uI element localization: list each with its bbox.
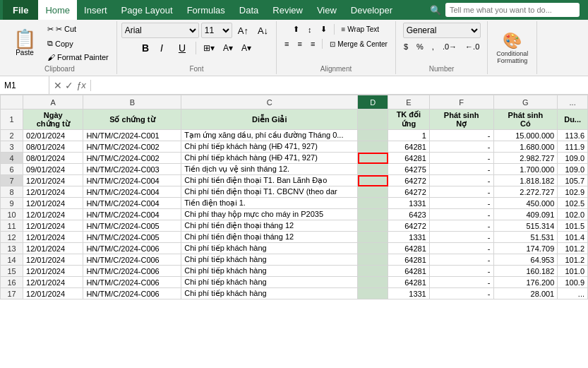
- cell-9h[interactable]: 102.5: [558, 198, 588, 209]
- search-input[interactable]: [445, 3, 580, 17]
- decrease-decimal-button[interactable]: ←.0: [462, 40, 483, 53]
- cell-1d[interactable]: [358, 109, 388, 130]
- cell-12f[interactable]: -: [429, 232, 493, 243]
- cell-13b[interactable]: HN/TM/C/2024-C006: [83, 243, 181, 254]
- number-format-select[interactable]: General: [403, 23, 481, 38]
- cell-3a[interactable]: 08/01/2024: [23, 141, 83, 153]
- cell-8d[interactable]: [358, 186, 388, 198]
- cell-2a[interactable]: 02/01/2024: [23, 130, 83, 141]
- italic-button[interactable]: I: [157, 40, 174, 56]
- col-header-f[interactable]: F: [429, 95, 493, 109]
- cell-2e[interactable]: 1: [388, 130, 430, 141]
- align-left-button[interactable]: ≡: [281, 37, 292, 50]
- cell-17h[interactable]: ...: [558, 288, 588, 299]
- cell-2f[interactable]: -: [429, 130, 493, 141]
- cell-7h[interactable]: 105.7: [558, 175, 588, 186]
- cell-12h[interactable]: 101.4: [558, 232, 588, 243]
- cell-6d[interactable]: [358, 164, 388, 175]
- cell-12d[interactable]: [358, 232, 388, 243]
- cell-9e[interactable]: 1331: [388, 198, 430, 209]
- file-tab[interactable]: File: [3, 0, 38, 20]
- cell-12e[interactable]: 1331: [388, 232, 430, 243]
- cell-6h[interactable]: 109.0: [558, 164, 588, 175]
- cell-16g[interactable]: 176.200: [493, 277, 558, 288]
- cell-7a[interactable]: 12/01/2024: [23, 175, 83, 186]
- cell-11b[interactable]: HN/TM/C/2024-C005: [83, 220, 181, 232]
- menu-formulas[interactable]: Formulas: [180, 0, 232, 20]
- format-painter-button[interactable]: 🖌 Format Painter: [44, 51, 112, 64]
- comma-button[interactable]: ,: [428, 40, 438, 53]
- cell-7e[interactable]: 64272: [388, 175, 430, 186]
- cell-15a[interactable]: 12/01/2024: [23, 266, 83, 277]
- cell-12g[interactable]: 51.531: [493, 232, 558, 243]
- cell-17e[interactable]: 1331: [388, 288, 430, 299]
- cell-13d[interactable]: [358, 243, 388, 254]
- cell-15e[interactable]: 64281: [388, 266, 430, 277]
- cell-15d[interactable]: [358, 266, 388, 277]
- cell-4a[interactable]: 08/01/2024: [23, 153, 83, 164]
- cell-8g[interactable]: 2.272.727: [493, 186, 558, 198]
- col-header-e[interactable]: E: [388, 95, 430, 109]
- cell-13a[interactable]: 12/01/2024: [23, 243, 83, 254]
- cell-7d[interactable]: [358, 175, 388, 186]
- cell-8h[interactable]: 102.9: [558, 186, 588, 198]
- cell-2d[interactable]: [358, 130, 388, 141]
- menu-data[interactable]: Data: [232, 0, 265, 20]
- cell-15b[interactable]: HN/TM/C/2024-C006: [83, 266, 181, 277]
- cell-7b[interactable]: HN/TM/C/2024-C004: [83, 175, 181, 186]
- cell-11c[interactable]: Chi phí tiền điện thoại tháng 12: [181, 220, 358, 232]
- cell-10h[interactable]: 102.0: [558, 209, 588, 220]
- cell-11e[interactable]: 64272: [388, 220, 430, 232]
- align-middle-button[interactable]: ↕: [304, 23, 316, 36]
- cell-3f[interactable]: -: [429, 141, 493, 153]
- cell-4b[interactable]: HN/TM/C/2024-C002: [83, 153, 181, 164]
- cell-3d[interactable]: [358, 141, 388, 153]
- cell-13e[interactable]: 64281: [388, 243, 430, 254]
- cell-10b[interactable]: HN/TM/C/2024-C004: [83, 209, 181, 220]
- cell-14g[interactable]: 64.953: [493, 254, 558, 266]
- cell-13h[interactable]: 101.2: [558, 243, 588, 254]
- increase-decimal-button[interactable]: .0→: [439, 40, 460, 53]
- cell-8e[interactable]: 64272: [388, 186, 430, 198]
- cell-4g[interactable]: 2.982.727: [493, 153, 558, 164]
- cell-1e[interactable]: TK đốiứng: [388, 109, 430, 130]
- cell-2g[interactable]: 15.000.000: [493, 130, 558, 141]
- paste-button[interactable]: 📋 Paste: [7, 23, 42, 64]
- cell-4c[interactable]: Chi phí tiếp khách hàng (HĐ 471, 927): [181, 153, 358, 164]
- cell-8a[interactable]: 12/01/2024: [23, 186, 83, 198]
- cell-7f[interactable]: -: [429, 175, 493, 186]
- cell-9g[interactable]: 450.000: [493, 198, 558, 209]
- cell-6a[interactable]: 09/01/2024: [23, 164, 83, 175]
- copy-button[interactable]: ⧉ Copy: [44, 37, 112, 50]
- font-size-select[interactable]: 11: [201, 23, 232, 38]
- conditional-formatting-button[interactable]: 🎨 Conditional Formatting: [493, 29, 532, 67]
- cell-9b[interactable]: HN/TM/C/2024-C004: [83, 198, 181, 209]
- cell-1f[interactable]: Phát sinhNợ: [429, 109, 493, 130]
- decrease-font-button[interactable]: A↓: [254, 23, 272, 38]
- cell-14f[interactable]: -: [429, 254, 493, 266]
- cell-10c[interactable]: Chi phí thay hộp mực cho máy in P2035: [181, 209, 358, 220]
- cell-9a[interactable]: 12/01/2024: [23, 198, 83, 209]
- currency-button[interactable]: $: [400, 40, 412, 53]
- cell-3g[interactable]: 1.680.000: [493, 141, 558, 153]
- cell-1h[interactable]: Du...: [558, 109, 588, 130]
- cell-17g[interactable]: 28.001: [493, 288, 558, 299]
- menu-review[interactable]: Review: [265, 0, 310, 20]
- underline-button[interactable]: U: [175, 40, 192, 56]
- col-header-h[interactable]: ...: [558, 95, 588, 109]
- cell-4d[interactable]: [358, 153, 388, 164]
- cell-14a[interactable]: 12/01/2024: [23, 254, 83, 266]
- cell-16h[interactable]: 100.9: [558, 277, 588, 288]
- cell-1a[interactable]: Ngàychứng từ: [23, 109, 83, 130]
- cell-15f[interactable]: -: [429, 266, 493, 277]
- percent-button[interactable]: %: [413, 40, 427, 53]
- spreadsheet-container[interactable]: A B C D E F G ... 1 Ngàychứng từ Số chứn…: [0, 95, 588, 368]
- cell-16b[interactable]: HN/TM/C/2024-C006: [83, 277, 181, 288]
- font-name-select[interactable]: Arial: [121, 23, 199, 38]
- col-header-g[interactable]: G: [493, 95, 558, 109]
- font-color-button[interactable]: A▾: [238, 41, 255, 55]
- cell-13g[interactable]: 174.709: [493, 243, 558, 254]
- cell-10e[interactable]: 6423: [388, 209, 430, 220]
- cell-8c[interactable]: Chi phí tiền điện thoại T1. CBCNV (theo …: [181, 186, 358, 198]
- col-header-c[interactable]: C: [181, 95, 358, 109]
